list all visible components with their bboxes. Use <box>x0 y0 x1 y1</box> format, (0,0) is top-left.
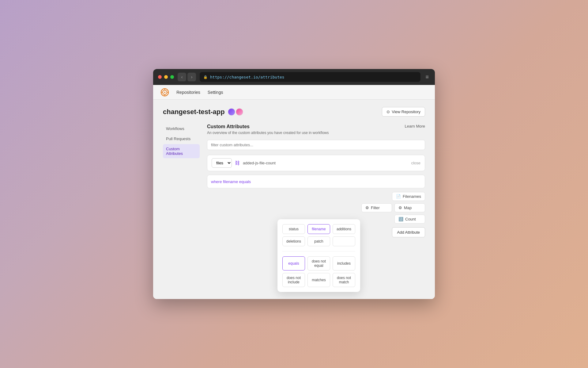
operator-options-grid: equals does not equal includes does not … <box>282 256 355 287</box>
nav-repositories[interactable]: Repositories <box>174 89 203 96</box>
repo-header: changeset-test-app ⊙ View Repository <box>163 107 425 117</box>
field-option-empty[interactable] <box>333 236 355 246</box>
sidebar-item-workflows[interactable]: Workflows <box>163 124 200 133</box>
popup-divider <box>282 251 355 251</box>
section-header: Custom Attributes An overview of the cus… <box>207 124 425 135</box>
url-display: https://changeset.io/attributes <box>210 75 285 79</box>
browser-chrome: ‹ › 🔒 https://changeset.io/attributes ≡ <box>153 69 435 85</box>
github-icon: ⊙ <box>386 109 390 114</box>
attribute-type-select[interactable]: files <box>212 158 232 168</box>
filter-input[interactable] <box>207 140 425 150</box>
filter-icon: ⚙ <box>365 205 369 210</box>
avatar-2 <box>236 108 243 116</box>
top-nav: Repositories Settings <box>153 85 435 100</box>
avatar-1 <box>228 108 235 116</box>
nav-settings[interactable]: Settings <box>205 89 226 96</box>
menu-button[interactable]: ≡ <box>424 73 430 82</box>
traffic-light-close[interactable] <box>158 75 162 79</box>
view-repository-button[interactable]: ⊙ View Repository <box>382 107 425 117</box>
sidebar-item-pull-requests[interactable]: Pull Requests <box>163 134 200 144</box>
field-option-deletions[interactable]: deletions <box>282 236 305 246</box>
field-option-status[interactable]: status <box>282 224 305 234</box>
traffic-lights <box>158 75 174 79</box>
field-option-additions[interactable]: additions <box>333 224 355 234</box>
field-option-patch[interactable]: patch <box>307 236 330 246</box>
operator-equals[interactable]: equals <box>282 256 305 270</box>
map-button[interactable]: ⚙ Map <box>394 203 425 212</box>
operator-does-not-match[interactable]: does not match <box>333 273 355 287</box>
operator-includes[interactable]: includes <box>333 256 355 270</box>
map-icon: ⚙ <box>398 205 402 210</box>
operator-does-not-include[interactable]: does not include <box>282 273 305 287</box>
sidebar-item-custom-attributes[interactable]: Custom Attributes <box>163 144 200 158</box>
back-button[interactable]: ‹ <box>178 73 186 81</box>
section-description: An overview of the custom attributes you… <box>207 131 329 135</box>
condition-area: where filename equals <box>207 175 425 188</box>
add-attribute-button[interactable]: Add Attribute <box>392 227 425 237</box>
operator-does-not-equal[interactable]: does not equal <box>307 256 330 270</box>
field-selector-popup: status filename additions deletions patc… <box>277 219 360 292</box>
link-icon: ⛓ <box>235 160 240 166</box>
field-options-grid: status filename additions deletions patc… <box>282 224 355 246</box>
app-content: Repositories Settings changeset-test-app… <box>153 85 435 299</box>
lock-icon: 🔒 <box>203 75 208 79</box>
filenames-button[interactable]: 📄 Filenames <box>392 192 425 201</box>
learn-more-link[interactable]: Learn More <box>405 124 425 128</box>
field-option-filename[interactable]: filename <box>307 224 330 234</box>
forward-button[interactable]: › <box>187 73 196 81</box>
count-button[interactable]: 🔢 Count <box>394 215 425 224</box>
section-title: Custom Attributes <box>207 124 329 129</box>
attribute-row: files ⛓ added-js-file-count close <box>207 155 425 171</box>
repo-avatars <box>228 108 243 116</box>
operator-matches[interactable]: matches <box>307 273 330 287</box>
traffic-light-maximize[interactable] <box>170 75 174 79</box>
main-content: changeset-test-app ⊙ View Repository Wor… <box>153 100 435 299</box>
count-icon: 🔢 <box>398 217 403 221</box>
sidebar: Workflows Pull Requests Custom Attribute… <box>163 124 200 237</box>
filenames-icon: 📄 <box>396 194 401 199</box>
filter-button[interactable]: ⚙ Filter <box>361 203 392 212</box>
repo-name: changeset-test-app <box>163 108 225 116</box>
browser-window: ‹ › 🔒 https://changeset.io/attributes ≡ … <box>153 69 435 299</box>
repo-title: changeset-test-app <box>163 108 243 116</box>
close-attribute-button[interactable]: close <box>411 161 420 165</box>
attribute-name: added-js-file-count <box>243 161 276 165</box>
condition-text: where filename equals <box>211 179 251 184</box>
app-logo <box>160 88 169 97</box>
action-buttons-group: 📄 Filenames ⚙ Filter ⚙ Map <box>207 192 425 224</box>
nav-buttons: ‹ › <box>178 73 196 81</box>
section-heading: Custom Attributes An overview of the cus… <box>207 124 329 135</box>
svg-point-2 <box>164 92 165 93</box>
address-bar[interactable]: 🔒 https://changeset.io/attributes <box>200 72 420 82</box>
traffic-light-minimize[interactable] <box>164 75 168 79</box>
